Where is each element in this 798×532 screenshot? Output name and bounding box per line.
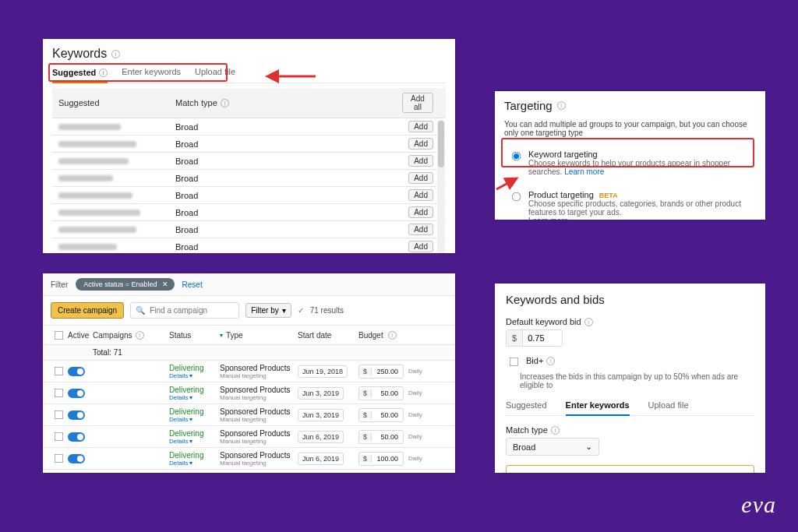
col-campaigns[interactable]: Campaigns i <box>93 331 169 340</box>
row-checkbox[interactable] <box>55 432 64 442</box>
tab-suggested[interactable]: Suggested i <box>52 67 108 83</box>
beta-badge: BETA <box>599 192 618 199</box>
start-date[interactable]: Jun 19, 2018 <box>298 365 348 378</box>
row-checkbox[interactable] <box>55 389 64 398</box>
add-button[interactable]: Add <box>408 138 433 150</box>
default-bid-label: Default keyword bid i <box>506 317 754 326</box>
default-bid-field[interactable] <box>523 330 562 346</box>
add-button[interactable]: Add <box>408 155 433 167</box>
add-button[interactable]: Add <box>408 189 433 201</box>
match-type-select[interactable]: Broad ⌄ <box>506 438 599 456</box>
add-button[interactable]: Add <box>408 224 433 235</box>
close-icon[interactable]: ✕ <box>162 280 168 288</box>
type-main: Sponsored Products <box>220 429 291 438</box>
col-start-date[interactable]: Start date <box>298 331 358 340</box>
scrollbar[interactable] <box>437 120 445 253</box>
info-icon: i <box>551 426 560 435</box>
radio-keyword-targeting[interactable] <box>512 152 521 161</box>
search-field[interactable] <box>148 305 234 315</box>
filter-chip[interactable]: Active status = Enabled ✕ <box>76 278 174 291</box>
tab-enter-keywords[interactable]: Enter keywords <box>122 67 181 78</box>
option-product-sub: Choose specific products, categories, br… <box>528 199 753 217</box>
tab-suggested[interactable]: Suggested <box>506 400 547 415</box>
active-toggle[interactable] <box>68 410 85 420</box>
details-link[interactable]: Details ▾ <box>169 438 220 445</box>
budget-input[interactable]: $50.00 <box>358 386 404 400</box>
match-type-label: Match type i <box>506 425 754 435</box>
active-toggle[interactable] <box>68 432 85 442</box>
radio-product-targeting[interactable] <box>512 192 521 202</box>
details-link[interactable]: Details ▾ <box>169 394 220 401</box>
col-match-label: Match type <box>175 98 217 107</box>
create-campaign-button[interactable]: Create campaign <box>51 302 124 319</box>
start-date[interactable]: Jun 6, 2019 <box>298 453 344 465</box>
budget-frequency: Daily <box>408 433 422 440</box>
add-button[interactable]: Add <box>408 172 433 184</box>
row-checkbox[interactable] <box>55 410 64 420</box>
learn-more-link[interactable]: Learn more <box>528 217 568 220</box>
details-link[interactable]: Details ▾ <box>169 460 220 467</box>
add-button[interactable]: Add <box>408 206 433 218</box>
tab-suggested-label: Suggested <box>52 68 96 77</box>
active-toggle[interactable] <box>68 454 85 463</box>
status-label: Delivering <box>169 473 220 474</box>
bid-plus-checkbox[interactable] <box>510 358 519 367</box>
type-main: Sponsored Products <box>220 451 291 460</box>
chevron-down-icon: ⌄ <box>585 442 592 452</box>
budget-input[interactable]: $50.00 <box>358 408 404 422</box>
budget-value: 50.00 <box>372 433 403 441</box>
tab-upload-file[interactable]: Upload file <box>195 67 235 78</box>
learn-more-link[interactable]: Learn more <box>564 167 604 176</box>
default-bid-input[interactable]: $ <box>506 329 563 347</box>
col-type[interactable]: ▾ Type <box>220 331 298 340</box>
row-checkbox[interactable] <box>55 454 64 463</box>
keyword-text-blurred <box>58 227 136 233</box>
start-date[interactable]: Jun 6, 2019 <box>298 431 344 443</box>
keywords-heading: Keywords i <box>52 47 446 61</box>
option-product-targeting[interactable]: Product targeting BETA Choose specific p… <box>504 187 756 220</box>
active-toggle[interactable] <box>68 367 85 376</box>
start-date[interactable]: Jun 3, 2019 <box>298 387 344 400</box>
tab-enter-keywords[interactable]: Enter keywords <box>566 400 630 416</box>
type-sub: Manual targeting <box>220 460 291 467</box>
add-button[interactable]: Add <box>408 121 433 132</box>
search-icon: 🔍 <box>136 306 145 315</box>
keyword-row: BroadAdd <box>52 118 446 136</box>
campaigns-filter-row: Filter Active status = Enabled ✕ Reset <box>43 273 455 296</box>
filter-chip-label: Active status = Enabled <box>83 280 157 288</box>
budget-input[interactable]: $250.00 <box>358 365 404 379</box>
add-button[interactable]: Add <box>408 241 433 252</box>
row-checkbox[interactable] <box>55 367 64 376</box>
details-link[interactable]: Details ▾ <box>169 372 220 379</box>
budget-input[interactable]: $100.00 <box>358 452 404 466</box>
filter-by-button[interactable]: Filter by ▾ <box>245 303 291 318</box>
keyword-row: BroadAdd <box>52 153 446 170</box>
col-status[interactable]: Status <box>169 331 220 340</box>
budget-input[interactable]: $50.00 <box>358 430 404 444</box>
add-all-button[interactable]: Add all <box>402 93 433 113</box>
budget-frequency: Daily <box>408 389 422 396</box>
status-label: Delivering <box>169 364 220 372</box>
option-keyword-targeting[interactable]: Keyword targeting Choose keywords to hel… <box>504 146 756 179</box>
reset-link[interactable]: Reset <box>182 280 203 289</box>
col-suggested: Suggested <box>58 98 175 107</box>
campaigns-panel: Filter Active status = Enabled ✕ Reset C… <box>43 273 455 473</box>
status-label: Delivering <box>169 451 220 460</box>
eva-logo: eva <box>741 491 776 518</box>
start-date[interactable]: Jun 3, 2019 <box>298 409 344 421</box>
keyword-entry-textarea[interactable]: social media marketing <box>506 465 754 473</box>
info-icon: i <box>221 99 229 107</box>
select-all-checkbox[interactable] <box>55 330 64 340</box>
active-toggle[interactable] <box>68 389 85 398</box>
match-type-value: Broad <box>175 242 284 252</box>
keywords-table-header: Suggested Match type i Add all <box>52 88 446 118</box>
budget-frequency: Daily <box>408 411 422 418</box>
col-budget[interactable]: Budget i <box>358 331 447 340</box>
targeting-description: You can add multiple ad groups to your c… <box>504 120 756 137</box>
tab-upload-file[interactable]: Upload file <box>648 400 689 415</box>
option-keyword-title: Keyword targeting <box>528 150 753 159</box>
currency-label: $ <box>359 368 372 375</box>
search-campaign-input[interactable]: 🔍 <box>130 302 239 319</box>
details-link[interactable]: Details ▾ <box>169 416 220 423</box>
scrollbar-thumb[interactable] <box>438 121 444 167</box>
